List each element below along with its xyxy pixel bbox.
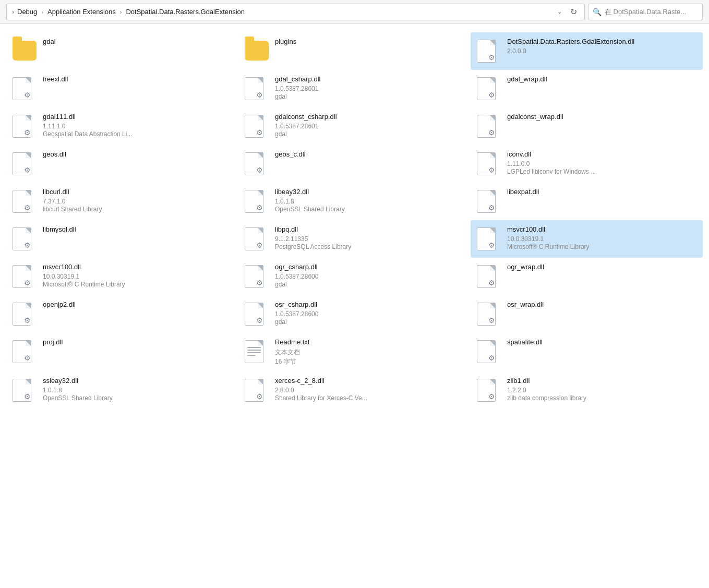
file-version: 文本文档 [275,348,464,357]
list-item[interactable]: ⚙ freexl.dll [6,70,238,107]
refresh-icon[interactable]: ↻ [568,5,579,19]
file-info: libexpat.dll [507,188,696,197]
path-appext[interactable]: Application Extensions [47,8,116,16]
file-desc: PostgreSQL Access Library [275,243,464,250]
address-path[interactable]: › Debug › Application Extensions › DotSp… [6,4,585,20]
file-info: proj.dll [43,338,232,347]
list-item[interactable]: ⚙ geos.dll [6,145,238,183]
path-chevron-left[interactable]: › [12,8,14,16]
gear-icon: ⚙ [24,129,31,136]
gear-icon: ⚙ [488,204,495,211]
dll-file-icon: ⚙ [245,225,270,253]
folder-icon [13,38,38,65]
list-item[interactable]: ⚙ proj.dll [6,333,238,371]
dll-file-icon: ⚙ [477,75,502,102]
dll-file-icon: ⚙ [13,338,38,365]
list-item[interactable]: ⚙ libmysql.dll [6,220,238,258]
file-desc: gdal [275,93,464,100]
file-name: gdal111.dll [43,113,232,122]
gear-icon: ⚙ [256,91,263,99]
gear-icon: ⚙ [256,317,263,324]
path-sep-1: › [41,9,43,15]
gear-icon: ⚙ [24,166,31,174]
file-info: ssleay32.dll1.0.1.8OpenSSL Shared Librar… [43,377,232,402]
path-current[interactable]: DotSpatial.Data.Rasters.GdalExtension [126,8,245,16]
list-item[interactable]: ⚙ geos_c.dll [238,145,471,183]
file-info: Readme.txt文本文档16 字节 [275,338,464,366]
file-info: gdalconst_wrap.dll [507,113,696,122]
list-item[interactable]: ⚙ libpq.dll9.1.2.11335PostgreSQL Access … [238,220,471,258]
file-version: 1.0.1.8 [275,198,464,205]
gear-icon: ⚙ [256,166,263,174]
list-item[interactable]: ⚙ xerces-c_2_8.dll2.8.0.0Shared Library … [238,371,471,409]
list-item[interactable]: ⚙ iconv.dll1.11.0.0LGPLed libiconv for W… [471,145,703,183]
dll-file-icon: ⚙ [245,113,270,140]
list-item[interactable]: ⚙ gdal111.dll1.11.1.0Geospatial Data Abs… [6,107,238,145]
file-name: gdal_wrap.dll [507,75,696,84]
file-desc: Microsoft® C Runtime Library [43,281,232,288]
address-dropdown-icon[interactable]: ⌄ [557,8,562,15]
file-name: libmysql.dll [43,225,232,234]
dll-file-icon: ⚙ [477,38,502,65]
dll-file-icon: ⚙ [245,150,270,177]
list-item[interactable]: ⚙ msvcr100.dll10.0.30319.1Microsoft® C R… [471,220,703,258]
file-info: ogr_csharp.dll1.0.5387.28600gdal [275,263,464,288]
list-item[interactable]: ⚙ libeay32.dll1.0.1.8OpenSSL Shared Libr… [238,183,471,220]
gear-icon: ⚙ [24,242,31,249]
list-item[interactable]: ⚙ ogr_wrap.dll [471,258,703,295]
path-debug[interactable]: Debug [17,8,37,16]
dll-file-icon: ⚙ [477,338,502,365]
gear-icon: ⚙ [256,393,263,400]
search-box[interactable]: 🔍 在 DotSpatial.Data.Raste... [588,4,703,20]
list-item[interactable]: ⚙ msvcr100.dll10.0.30319.1Microsoft® C R… [6,258,238,295]
list-item[interactable]: plugins [238,32,471,70]
dll-file-icon: ⚙ [477,263,502,290]
file-info: libpq.dll9.1.2.11335PostgreSQL Access Li… [275,225,464,250]
list-item[interactable]: ⚙ zlib1.dll1.2.2.0zlib data compression … [471,371,703,409]
list-item[interactable]: ⚙ DotSpatial.Data.Rasters.GdalExtension.… [471,32,703,70]
file-desc: gdal [275,130,464,138]
list-item[interactable]: ⚙ gdalconst_csharp.dll1.0.5387.28601gdal [238,107,471,145]
folder-icon [245,38,270,65]
list-item[interactable]: ⚙ libexpat.dll [471,183,703,220]
dll-file-icon: ⚙ [245,301,270,328]
gear-icon: ⚙ [256,279,263,286]
file-desc: Microsoft® C Runtime Library [507,243,696,250]
dll-file-icon: ⚙ [477,150,502,177]
dll-file-icon: ⚙ [13,225,38,253]
file-desc: gdal [275,318,464,326]
file-name: msvcr100.dll [507,225,696,234]
list-item[interactable]: ⚙ gdal_wrap.dll [471,70,703,107]
list-item[interactable]: ⚙ ssleay32.dll1.0.1.8OpenSSL Shared Libr… [6,371,238,409]
list-item[interactable]: ⚙ gdal_csharp.dll1.0.5387.28601gdal [238,70,471,107]
gear-icon: ⚙ [256,204,263,211]
gear-icon: ⚙ [488,91,495,99]
file-name: libcurl.dll [43,188,232,197]
list-item[interactable]: ⚙ gdalconst_wrap.dll [471,107,703,145]
file-info: ogr_wrap.dll [507,263,696,272]
list-item[interactable]: ⚙ openjp2.dll [6,295,238,333]
file-name: libexpat.dll [507,188,696,197]
list-item[interactable]: ⚙ libcurl.dll7.37.1.0libcurl Shared Libr… [6,183,238,220]
dll-file-icon: ⚙ [245,377,270,404]
file-info: msvcr100.dll10.0.30319.1Microsoft® C Run… [507,225,696,250]
list-item[interactable]: ⚙ spatialite.dll [471,333,703,371]
list-item[interactable]: ⚙ osr_csharp.dll1.0.5387.28600gdal [238,295,471,333]
file-name: Readme.txt [275,338,464,347]
gear-icon: ⚙ [24,279,31,286]
file-info: zlib1.dll1.2.2.0zlib data compression li… [507,377,696,402]
file-version: 1.0.5387.28601 [275,123,464,130]
file-version: 1.0.1.8 [43,387,232,394]
file-name: geos.dll [43,150,232,159]
dll-file-icon: ⚙ [13,377,38,404]
search-icon: 🔍 [593,8,602,16]
list-item[interactable]: Readme.txt文本文档16 字节 [238,333,471,371]
file-name: zlib1.dll [507,377,696,386]
file-name: ogr_wrap.dll [507,263,696,272]
file-desc: gdal [275,281,464,288]
file-name: geos_c.dll [275,150,464,159]
list-item[interactable]: gdal [6,32,238,70]
list-item[interactable]: ⚙ ogr_csharp.dll1.0.5387.28600gdal [238,258,471,295]
gear-icon: ⚙ [488,317,495,324]
list-item[interactable]: ⚙ osr_wrap.dll [471,295,703,333]
